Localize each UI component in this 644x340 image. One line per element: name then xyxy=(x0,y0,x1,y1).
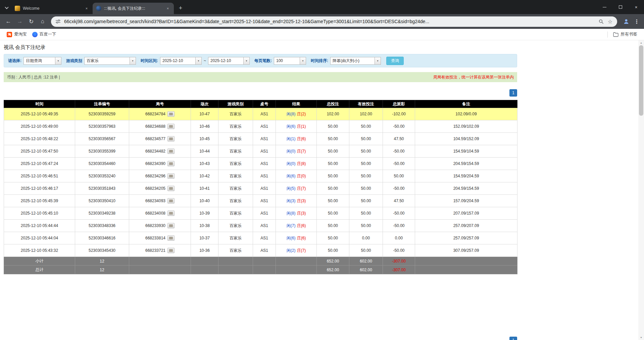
home-button[interactable]: ⌂ xyxy=(37,16,48,27)
col-note: 备注 xyxy=(415,100,517,108)
video-replay-icon[interactable] xyxy=(167,211,175,216)
cell-time: 2025-12-10 05:45:39 xyxy=(4,195,75,207)
sort-input[interactable] xyxy=(330,57,375,65)
video-replay-icon[interactable] xyxy=(167,124,175,129)
site-info-icon[interactable] xyxy=(55,18,61,24)
page-1-button[interactable]: 1 xyxy=(509,337,517,340)
maximize-button[interactable] xyxy=(612,0,628,14)
scrollbar-thumb[interactable] xyxy=(639,45,643,116)
cell-total-bet: 50.00 xyxy=(317,220,349,232)
video-replay-icon[interactable] xyxy=(167,186,175,191)
forward-button[interactable]: → xyxy=(14,16,26,27)
cell-payout: -50.00 xyxy=(383,182,415,195)
cell-bet-id: 523030353240 xyxy=(75,170,129,182)
tab-close-icon[interactable]: × xyxy=(165,6,170,11)
video-replay-icon[interactable] xyxy=(167,223,175,228)
cell-session: 10-39 xyxy=(191,207,218,220)
search-button[interactable]: 查询 xyxy=(386,57,404,65)
query-type-dropdown-arrow-icon[interactable]: ▼ xyxy=(55,57,61,65)
bookmark-aitaobao[interactable]: 淘 爱淘宝 xyxy=(4,30,30,39)
page-1-button[interactable]: 1 xyxy=(509,89,517,97)
subtotal-label: 小计 xyxy=(4,257,75,266)
profile-icon[interactable] xyxy=(621,16,632,27)
cell-time: 2025-12-10 05:46:51 xyxy=(4,170,75,182)
query-type-input[interactable] xyxy=(23,57,55,65)
cell-round: 668234688 xyxy=(129,120,191,133)
page-size-input[interactable] xyxy=(274,57,300,65)
cell-total-bet: 50.00 xyxy=(317,182,349,195)
cell-time: 2025-12-10 05:43:32 xyxy=(4,244,75,257)
page-size-combo: ▼ xyxy=(274,57,306,65)
cell-note: 204.59/154.59 xyxy=(415,158,517,170)
tab-welcome[interactable]: Welcome × xyxy=(11,3,93,14)
col-payout: 总派彩 xyxy=(383,100,415,108)
cell-total-bet: 50.00 xyxy=(317,158,349,170)
date-end-input[interactable] xyxy=(208,57,243,65)
menu-icon[interactable]: ⋮ xyxy=(632,16,641,27)
video-replay-icon[interactable] xyxy=(167,198,175,204)
date-start-input[interactable] xyxy=(160,57,195,65)
scroll-down-arrow-icon[interactable]: ▼ xyxy=(638,335,644,340)
video-replay-icon[interactable] xyxy=(167,136,175,141)
cell-table-no: AS1 xyxy=(253,220,276,232)
game-type-input[interactable] xyxy=(84,57,130,65)
col-result: 结果 xyxy=(276,100,317,108)
cell-valid-bet: 50.00 xyxy=(349,207,383,220)
page-size-label: 每页笔数: xyxy=(254,58,272,64)
cell-payout: -50.00 xyxy=(383,207,415,220)
cell-payout: -50.00 xyxy=(383,120,415,133)
scroll-up-arrow-icon[interactable]: ▲ xyxy=(638,40,644,45)
bookmark-star-icon[interactable]: ☆ xyxy=(607,18,613,24)
result-player: 闲(7) xyxy=(287,223,296,228)
subtotal-valid-bet: 602.00 xyxy=(349,257,383,266)
tab-betrecord[interactable]: :::视讯, 会员下注纪录::: × xyxy=(93,3,174,14)
col-valid-bet: 有效投注 xyxy=(349,100,383,108)
cell-result: 闲(0)庄(8) xyxy=(276,158,317,170)
video-replay-icon[interactable] xyxy=(167,161,175,166)
cell-round: 668233721 xyxy=(129,244,191,257)
all-bookmarks-button[interactable]: 所有书签 xyxy=(610,30,640,39)
cell-round: 668234093 xyxy=(129,195,191,207)
page-size-dropdown-arrow-icon[interactable]: ▼ xyxy=(300,57,306,65)
date-start-dropdown-arrow-icon[interactable]: ▼ xyxy=(195,57,202,65)
minimize-button[interactable] xyxy=(597,0,612,14)
back-button[interactable]: ← xyxy=(3,16,14,27)
video-replay-icon[interactable] xyxy=(167,111,175,117)
cell-game-type: 百家乐 xyxy=(218,232,253,244)
new-tab-button[interactable]: + xyxy=(176,3,185,13)
scrollbar[interactable]: ▲ ▼ xyxy=(638,40,644,340)
cell-table-no: AS1 xyxy=(253,244,276,257)
tab-title: Welcome xyxy=(23,6,81,11)
sort-dropdown-arrow-icon[interactable]: ▼ xyxy=(375,57,381,65)
result-player: 闲(8) xyxy=(287,112,296,116)
date-end-dropdown-arrow-icon[interactable]: ▼ xyxy=(243,57,250,65)
empty-cell xyxy=(415,266,517,274)
url-bar[interactable]: 66cxkj98.com/game/betrecord_search/kind3… xyxy=(51,16,617,27)
video-replay-icon[interactable] xyxy=(167,173,175,179)
cell-result: 闲(2)庄(7) xyxy=(276,244,317,257)
tab-close-icon[interactable]: × xyxy=(84,6,89,11)
table-row: 2025-12-10 05:48:22 523030356567 6682345… xyxy=(4,133,517,145)
cell-total-bet: 50.00 xyxy=(317,207,349,220)
round-number: 668233814 xyxy=(145,236,165,240)
zoom-icon[interactable] xyxy=(598,18,604,24)
video-replay-icon[interactable] xyxy=(167,248,175,253)
refresh-button[interactable]: ↻ xyxy=(26,16,37,27)
cell-table-no: AS1 xyxy=(253,158,276,170)
cell-valid-bet: 102.00 xyxy=(349,108,383,120)
result-player: 闲(6) xyxy=(287,124,296,129)
game-type-dropdown-arrow-icon[interactable]: ▼ xyxy=(130,57,136,65)
col-table-no: 桌号 xyxy=(253,100,276,108)
cell-table-no: AS1 xyxy=(253,207,276,220)
video-replay-icon[interactable] xyxy=(167,235,175,241)
bookmark-baidu[interactable]: 百度一下 xyxy=(30,30,59,39)
tab-search-button[interactable] xyxy=(3,3,11,12)
result-banker: 庄(6) xyxy=(297,236,306,240)
round-number: 668234008 xyxy=(145,211,165,216)
video-replay-icon[interactable] xyxy=(167,149,175,154)
round-number: 668233721 xyxy=(145,248,165,253)
close-button[interactable]: × xyxy=(628,0,644,14)
empty-cell xyxy=(218,266,253,274)
table-row: 2025-12-10 05:47:50 523030355399 6682344… xyxy=(4,145,517,158)
cell-round: 668234784 xyxy=(129,108,191,120)
